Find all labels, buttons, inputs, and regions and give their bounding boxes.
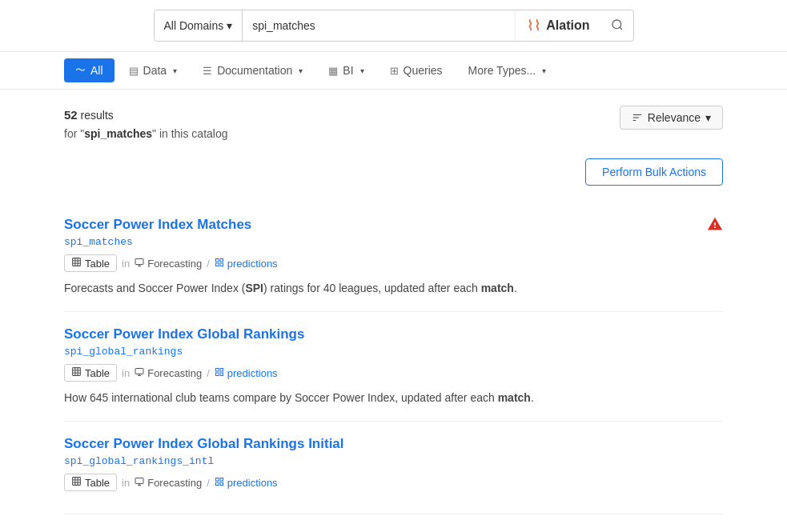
result-header-row-2: Soccer Power Index Global Rankings [64, 326, 723, 346]
search-input[interactable] [243, 19, 515, 32]
group-label-2: predictions [227, 367, 278, 379]
svg-point-0 [612, 20, 621, 29]
meta-slash-2: / [207, 367, 210, 379]
svg-rect-5 [73, 258, 81, 266]
svg-rect-40 [220, 482, 223, 486]
result-item-3: Soccer Power Index Global Rankings Initi… [64, 422, 723, 514]
type-label-3: Table [85, 477, 110, 489]
schema-icon-2 [135, 367, 144, 379]
warning-icon-1 [707, 216, 723, 236]
actions-row: Perform Bulk Actions [64, 158, 723, 186]
result-meta-3: Table in Forecasting / predictions [64, 474, 723, 491]
sort-button[interactable]: Relevance ▾ [620, 106, 723, 130]
svg-rect-37 [215, 478, 219, 481]
alation-brand-icon: ⌇⌇ [527, 17, 541, 34]
domain-selector[interactable]: All Domains ▾ [155, 10, 243, 41]
tab-data-label: Data [143, 64, 167, 77]
tab-bi[interactable]: ▦ BI ▾ [317, 59, 375, 82]
more-chevron-icon: ▾ [542, 66, 546, 75]
sort-icon [632, 112, 643, 123]
domain-label: All Domains [164, 19, 224, 32]
search-button[interactable] [601, 18, 633, 34]
svg-rect-16 [220, 263, 223, 266]
type-badge-1: Table [64, 254, 117, 272]
tab-more-types[interactable]: More Types... ▾ [457, 59, 558, 82]
meta-in-3: in [122, 477, 130, 489]
filter-bar: 〜 All ▤ Data ▾ ☰ Documentation ▾ ▦ BI ▾ … [0, 52, 787, 90]
table-icon-2 [71, 366, 82, 379]
svg-rect-39 [215, 482, 219, 486]
schema-label-3: Forecasting [147, 477, 202, 489]
result-title-3[interactable]: Soccer Power Index Global Rankings Initi… [64, 436, 344, 452]
tab-bi-label: BI [343, 64, 353, 77]
result-item: Soccer Power Index Matches spi_matches T… [64, 202, 723, 312]
results-info: 52 results for "spi_matches" in this cat… [64, 106, 228, 142]
data-chevron-icon: ▾ [173, 66, 177, 75]
results-query-line: for "spi_matches" in this catalog [64, 125, 228, 142]
schema-label-2: Forecasting [147, 367, 202, 379]
schema-icon-1 [135, 258, 144, 270]
svg-rect-22 [135, 368, 143, 374]
svg-rect-14 [220, 258, 223, 262]
tab-more-label: More Types... [468, 64, 536, 77]
result-description-2: How 645 international club teams compare… [64, 390, 723, 406]
tab-documentation-label: Documentation [217, 64, 292, 77]
tab-queries-label: Queries [404, 64, 443, 77]
data-icon: ▤ [129, 65, 139, 77]
meta-group-1: predictions [215, 258, 278, 270]
meta-in-1: in [122, 258, 130, 270]
top-bar: All Domains ▾ ⌇⌇ Alation [0, 0, 787, 52]
result-meta-1: Table in Forecasting / predictions [64, 254, 723, 272]
query-text: spi_matches [84, 127, 152, 140]
svg-rect-28 [220, 373, 223, 376]
schema-icon-3 [135, 477, 144, 489]
svg-rect-29 [73, 478, 81, 486]
type-badge-2: Table [64, 364, 117, 382]
svg-rect-38 [220, 478, 223, 481]
svg-rect-25 [215, 368, 219, 371]
result-meta-2: Table in Forecasting / predictions [64, 364, 723, 382]
meta-schema-1: Forecasting [135, 258, 202, 270]
search-container: All Domains ▾ ⌇⌇ Alation [154, 10, 634, 42]
group-label-3: predictions [227, 477, 278, 489]
svg-rect-27 [215, 373, 219, 376]
result-header-row-3: Soccer Power Index Global Rankings Initi… [64, 436, 723, 455]
meta-schema-3: Forecasting [135, 477, 202, 489]
schema-label-1: Forecasting [147, 258, 202, 270]
svg-rect-34 [135, 478, 143, 483]
for-text: for [64, 127, 77, 140]
svg-rect-15 [215, 263, 219, 266]
tab-data[interactable]: ▤ Data ▾ [118, 59, 189, 82]
sort-label: Relevance [648, 111, 701, 124]
tab-queries[interactable]: ⊞ Queries [379, 59, 454, 82]
result-path-3: spi_global_rankings_intl [64, 455, 723, 467]
main-content: 52 results for "spi_matches" in this cat… [0, 90, 787, 530]
type-label-1: Table [85, 258, 110, 270]
type-badge-3: Table [64, 474, 117, 491]
svg-rect-26 [220, 368, 223, 371]
meta-group-2: predictions [215, 367, 278, 379]
svg-rect-13 [215, 258, 219, 262]
results-count: 52 [64, 108, 78, 122]
bi-chevron-icon: ▾ [360, 66, 364, 75]
documentation-icon: ☰ [203, 65, 212, 77]
svg-rect-17 [73, 368, 81, 376]
meta-in-2: in [122, 367, 130, 379]
bulk-actions-button[interactable]: Perform Bulk Actions [585, 158, 723, 186]
result-path-1: spi_matches [64, 236, 723, 248]
tab-documentation[interactable]: ☰ Documentation ▾ [191, 59, 314, 82]
group-icon-1 [215, 258, 224, 270]
result-title-2[interactable]: Soccer Power Index Global Rankings [64, 326, 304, 342]
results-label: results [81, 109, 114, 122]
result-title-1[interactable]: Soccer Power Index Matches [64, 217, 251, 233]
queries-icon: ⊞ [390, 65, 399, 77]
result-description-1: Forecasts and Soccer Power Index (SPI) r… [64, 280, 723, 297]
all-icon: 〜 [75, 63, 86, 78]
alation-logo: ⌇⌇ Alation [515, 10, 600, 41]
table-icon-3 [71, 476, 82, 489]
domain-chevron-icon: ▾ [227, 19, 232, 32]
tab-all[interactable]: 〜 All [64, 58, 114, 82]
svg-rect-10 [135, 258, 143, 264]
meta-slash-1: / [207, 258, 210, 270]
table-icon-1 [71, 257, 82, 270]
